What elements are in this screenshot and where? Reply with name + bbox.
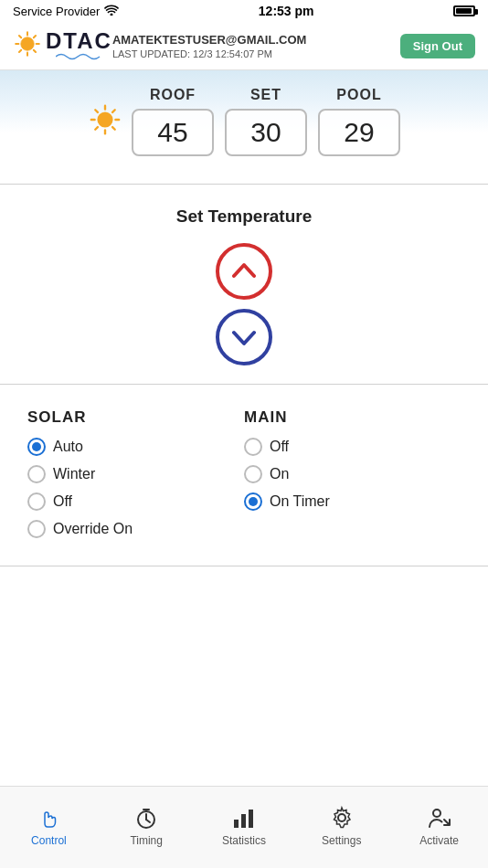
control-icon bbox=[36, 805, 61, 831]
solar-group: SOLAR Auto Winter Off Override On bbox=[27, 408, 244, 547]
svg-line-21 bbox=[146, 820, 150, 822]
pool-value: 29 bbox=[318, 109, 400, 156]
svg-point-25 bbox=[338, 814, 345, 821]
page-content: ROOF 45 SET 30 POOL 29 Set Temperature bbox=[0, 70, 488, 768]
set-temp-col: SET 30 bbox=[225, 87, 307, 156]
svg-line-14 bbox=[95, 110, 98, 112]
divider-2 bbox=[0, 384, 488, 385]
last-updated: LAST UPDATED: 12/3 12:54:07 PM bbox=[112, 48, 400, 59]
sun-icon bbox=[13, 29, 42, 58]
status-bar: Service Provider 12:53 pm bbox=[0, 0, 488, 22]
set-value: 30 bbox=[225, 109, 307, 156]
temp-down-button[interactable] bbox=[216, 309, 272, 365]
user-email: AMATEKTESTUSER@GMAIL.COM bbox=[112, 33, 400, 47]
temp-display-area: ROOF 45 SET 30 POOL 29 bbox=[0, 70, 488, 175]
tab-timing-label: Timing bbox=[130, 834, 163, 847]
tab-statistics[interactable]: Statistics bbox=[196, 805, 293, 847]
main-title: MAIN bbox=[244, 408, 461, 427]
logo: DTAC bbox=[13, 29, 112, 62]
solar-auto-label: Auto bbox=[53, 439, 83, 455]
solar-off-radio[interactable] bbox=[27, 492, 46, 511]
solar-override-label: Override On bbox=[53, 521, 133, 537]
tab-settings-label: Settings bbox=[322, 834, 361, 847]
temp-up-button[interactable] bbox=[216, 243, 272, 300]
divider-3 bbox=[0, 566, 488, 566]
set-label: SET bbox=[250, 87, 281, 103]
solar-off-label: Off bbox=[53, 493, 72, 510]
svg-line-5 bbox=[19, 36, 21, 37]
battery-icon bbox=[453, 5, 475, 16]
solar-winter-radio[interactable] bbox=[27, 465, 46, 483]
svg-line-16 bbox=[112, 110, 115, 112]
pool-temp-col: POOL 29 bbox=[318, 87, 400, 156]
sign-out-button[interactable]: Sign Out bbox=[400, 34, 475, 58]
main-off-radio[interactable] bbox=[244, 438, 262, 456]
tab-timing[interactable]: Timing bbox=[98, 805, 196, 847]
set-temp-section: Set Temperature bbox=[0, 194, 488, 375]
svg-point-9 bbox=[97, 111, 112, 127]
solar-winter-label: Winter bbox=[53, 466, 95, 482]
main-off-label: Off bbox=[270, 439, 289, 455]
statistics-icon bbox=[231, 805, 257, 831]
logo-waves bbox=[56, 52, 101, 61]
logo-text: DTAC bbox=[46, 30, 112, 52]
main-on-label: On bbox=[270, 466, 289, 482]
tab-control-label: Control bbox=[31, 834, 67, 847]
main-on-radio[interactable] bbox=[244, 465, 262, 483]
main-group: MAIN Off On On Timer bbox=[244, 408, 461, 547]
timing-icon bbox=[133, 805, 159, 831]
header-info: AMATEKTESTUSER@GMAIL.COM LAST UPDATED: 1… bbox=[112, 33, 400, 59]
solar-auto-option[interactable]: Auto bbox=[27, 438, 244, 456]
settings-icon bbox=[329, 805, 355, 831]
controls-section: SOLAR Auto Winter Off Override On bbox=[0, 394, 488, 556]
tab-settings[interactable]: Settings bbox=[292, 805, 390, 847]
app-header: DTAC AMATEKTESTUSER@GMAIL.COM LAST UPDAT… bbox=[0, 22, 488, 70]
main-on-option[interactable]: On bbox=[244, 465, 461, 483]
svg-line-7 bbox=[34, 36, 36, 37]
main-ontimer-radio[interactable] bbox=[244, 492, 262, 511]
pool-label: POOL bbox=[336, 87, 381, 103]
solar-off-option[interactable]: Off bbox=[27, 492, 244, 511]
set-temp-title: Set Temperature bbox=[176, 206, 313, 227]
tab-activate[interactable]: Activate bbox=[390, 805, 488, 847]
roof-value: 45 bbox=[132, 109, 214, 156]
tab-activate-label: Activate bbox=[419, 834, 459, 847]
svg-line-15 bbox=[112, 127, 115, 130]
temp-controls bbox=[216, 243, 272, 365]
provider-label: Service Provider bbox=[13, 5, 100, 18]
roof-temp-col: ROOF 45 bbox=[132, 87, 214, 156]
svg-point-26 bbox=[433, 810, 440, 817]
svg-line-8 bbox=[19, 50, 21, 52]
controls-row: SOLAR Auto Winter Off Override On bbox=[27, 408, 461, 547]
divider-1 bbox=[0, 184, 488, 185]
tab-control[interactable]: Control bbox=[0, 805, 98, 847]
main-ontimer-label: On Timer bbox=[270, 493, 330, 510]
tab-statistics-label: Statistics bbox=[222, 834, 266, 847]
activate-icon bbox=[427, 805, 452, 831]
tab-bar: Control Timing Statistics bbox=[0, 786, 488, 868]
solar-title: SOLAR bbox=[27, 408, 244, 427]
solar-override-option[interactable]: Override On bbox=[27, 520, 244, 538]
svg-rect-24 bbox=[249, 810, 253, 828]
solar-override-radio[interactable] bbox=[27, 520, 46, 538]
temp-columns: ROOF 45 SET 30 POOL 29 bbox=[132, 87, 400, 156]
solar-winter-option[interactable]: Winter bbox=[27, 465, 244, 483]
wifi-icon bbox=[104, 5, 119, 18]
main-ontimer-option[interactable]: On Timer bbox=[244, 492, 461, 511]
svg-point-0 bbox=[21, 37, 34, 50]
temp-sun-icon bbox=[88, 102, 122, 141]
svg-rect-22 bbox=[234, 820, 239, 828]
status-bar-left: Service Provider bbox=[13, 5, 119, 18]
svg-rect-23 bbox=[241, 814, 246, 828]
temp-row: ROOF 45 SET 30 POOL 29 bbox=[18, 87, 470, 156]
main-off-option[interactable]: Off bbox=[244, 438, 461, 456]
roof-label: ROOF bbox=[150, 87, 196, 103]
solar-auto-radio[interactable] bbox=[27, 438, 46, 456]
svg-line-6 bbox=[34, 50, 36, 52]
time-label: 12:53 pm bbox=[259, 4, 314, 18]
svg-line-17 bbox=[95, 127, 98, 130]
